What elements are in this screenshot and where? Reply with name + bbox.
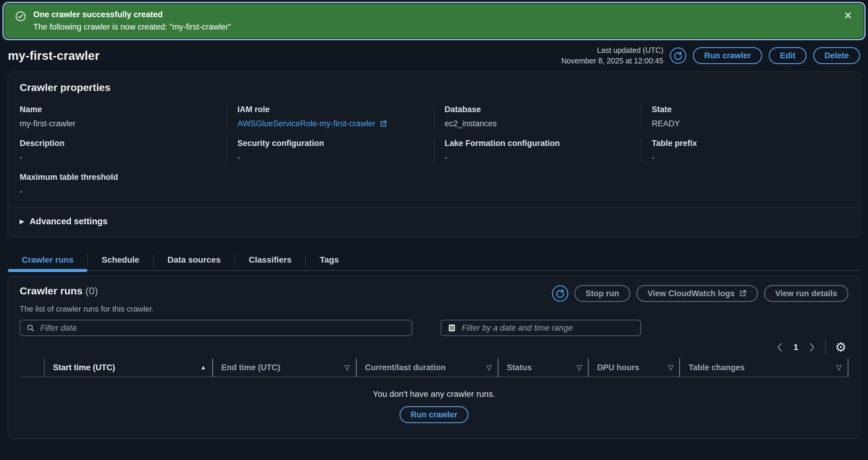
page-title: my-first-crawler <box>8 49 99 63</box>
property-description: Description - <box>20 139 227 162</box>
run-crawler-button[interactable]: Run crawler <box>693 47 762 64</box>
property-value: ec2_instances <box>444 119 632 128</box>
empty-state-text: You don't have any crawler runs. <box>20 389 848 399</box>
crawler-runs-title: Crawler runs (0) <box>20 285 98 297</box>
crawler-runs-header: Crawler runs (0) Stop run View CloudWatc… <box>20 285 848 302</box>
tab-tags[interactable]: Tags <box>306 250 353 270</box>
property-value: - <box>20 187 218 196</box>
property-security-configuration: Security configuration - <box>227 139 434 162</box>
crawler-properties-card: Crawler properties Name my-first-crawler… <box>8 72 860 237</box>
pagination-divider <box>825 340 826 354</box>
crawler-runs-description: The list of crawler runs for this crawle… <box>20 304 848 314</box>
tab-bar: Crawler runs Schedule Data sources Class… <box>8 250 860 271</box>
property-label: Maximum table threshold <box>20 172 218 182</box>
advanced-settings-toggle[interactable]: ▶ Advanced settings <box>20 208 848 226</box>
filter-data-placeholder: Filter data <box>40 323 76 333</box>
header-actions: Last updated (UTC) November 8, 2025 at 1… <box>561 45 860 66</box>
gear-icon[interactable]: ⚙ <box>834 341 847 354</box>
external-link-icon <box>379 120 387 128</box>
refresh-icon <box>556 289 565 298</box>
delete-button[interactable]: Delete <box>813 47 860 64</box>
crawler-runs-actions: Stop run View CloudWatch logs View run d… <box>552 285 848 302</box>
chevron-left-icon <box>776 343 783 352</box>
last-updated: Last updated (UTC) November 8, 2025 at 1… <box>561 45 663 66</box>
property-value: my-first-crawler <box>20 119 218 128</box>
property-database: Database ec2_instances <box>434 105 641 128</box>
crawler-runs-title-text: Crawler runs <box>20 285 83 296</box>
refresh-button[interactable] <box>670 47 686 64</box>
property-lake-formation: Lake Formation configuration - <box>434 139 641 162</box>
page-header: my-first-crawler Last updated (UTC) Nove… <box>0 45 868 66</box>
property-label: Security configuration <box>238 139 425 148</box>
state-value: READY <box>652 119 839 128</box>
crawler-runs-count: (0) <box>85 285 98 296</box>
sort-ascending-icon: ▲ <box>200 364 206 371</box>
calendar-icon <box>447 323 456 332</box>
flashbar-content: One crawler successfully created The fol… <box>33 8 841 33</box>
column-header-end-time[interactable]: End time (UTC) ▽ <box>212 358 356 376</box>
column-label: Table changes <box>688 363 745 372</box>
column-header-dpu-hours[interactable]: DPU hours ▽ <box>588 358 679 376</box>
tab-schedule[interactable]: Schedule <box>88 250 153 270</box>
property-label: Lake Formation configuration <box>444 139 632 148</box>
empty-state-action: Run crawler <box>20 406 848 423</box>
column-header-table-changes[interactable]: Table changes ▽ <box>679 358 848 376</box>
last-updated-value: November 8, 2025 at 12:00:45 <box>561 56 663 66</box>
property-label: IAM role <box>238 105 425 114</box>
property-iam-role: IAM role AWSGlueServiceRole-my-first-cra… <box>227 105 434 128</box>
property-max-table-threshold: Maximum table threshold - <box>20 172 227 196</box>
refresh-runs-button[interactable] <box>552 285 568 302</box>
stop-run-button[interactable]: Stop run <box>574 285 630 302</box>
crawler-runs-panel: Crawler runs (0) Stop run View CloudWatc… <box>8 276 860 438</box>
iam-role-link[interactable]: AWSGlueServiceRole-my-first-crawler <box>238 119 387 128</box>
previous-page-button[interactable] <box>775 341 784 353</box>
date-range-filter-input[interactable]: Filter by a date and time range <box>441 320 641 336</box>
flashbar-message: The following crawler is now created: "m… <box>33 21 841 33</box>
success-check-icon <box>15 11 26 22</box>
view-cloudwatch-logs-button[interactable]: View CloudWatch logs <box>636 285 758 302</box>
properties-row-1: Name my-first-crawler IAM role AWSGlueSe… <box>20 105 848 128</box>
column-label: DPU hours <box>597 363 639 372</box>
column-label: Current/last duration <box>365 363 446 372</box>
pagination: 1 ⚙ <box>20 340 848 354</box>
external-link-icon <box>739 290 747 297</box>
view-run-details-button[interactable]: View run details <box>764 285 848 302</box>
chevron-right-icon <box>809 343 816 352</box>
property-label: Table prefix <box>652 139 839 148</box>
property-label: Database <box>444 105 632 114</box>
sort-icon: ▽ <box>836 364 842 372</box>
advanced-settings-label: Advanced settings <box>30 217 108 226</box>
tab-crawler-runs[interactable]: Crawler runs <box>8 250 87 270</box>
column-header-status[interactable]: Status ▽ <box>498 358 588 376</box>
edit-button[interactable]: Edit <box>769 47 807 64</box>
date-range-placeholder: Filter by a date and time range <box>462 323 572 333</box>
tab-data-sources[interactable]: Data sources <box>154 250 235 270</box>
column-label: End time (UTC) <box>221 363 280 372</box>
flashbar-close-icon[interactable]: ✕ <box>841 9 855 22</box>
property-value: - <box>238 153 425 162</box>
tab-classifiers[interactable]: Classifiers <box>235 250 306 270</box>
iam-role-link-text: AWSGlueServiceRole-my-first-crawler <box>238 119 376 128</box>
next-page-button[interactable] <box>808 341 817 353</box>
view-cloudwatch-logs-label: View CloudWatch logs <box>648 289 735 298</box>
property-state: State READY <box>641 105 848 128</box>
property-value: - <box>444 153 632 162</box>
properties-row-2: Description - Security configuration - L… <box>20 139 848 162</box>
filter-data-input[interactable]: Filter data <box>20 320 412 336</box>
property-name: Name my-first-crawler <box>20 105 227 128</box>
refresh-icon <box>674 51 683 60</box>
sort-icon: ▽ <box>486 364 492 372</box>
column-label: Start time (UTC) <box>53 363 115 372</box>
column-header-duration[interactable]: Current/last duration ▽ <box>356 358 498 376</box>
sort-icon: ▽ <box>344 364 350 372</box>
column-header-start-time[interactable]: Start time (UTC) ▲ <box>44 358 212 376</box>
column-label: Status <box>507 363 532 372</box>
runs-table-header: Start time (UTC) ▲ End time (UTC) ▽ Curr… <box>20 358 848 377</box>
property-value: - <box>20 153 218 162</box>
property-label: State <box>652 105 839 114</box>
filters-row: Filter data Filter by a date and time ra… <box>20 320 848 336</box>
flashbar-title: One crawler successfully created <box>33 8 841 21</box>
property-label: Name <box>20 105 218 114</box>
page-number[interactable]: 1 <box>793 342 800 352</box>
run-crawler-empty-button[interactable]: Run crawler <box>400 406 469 423</box>
